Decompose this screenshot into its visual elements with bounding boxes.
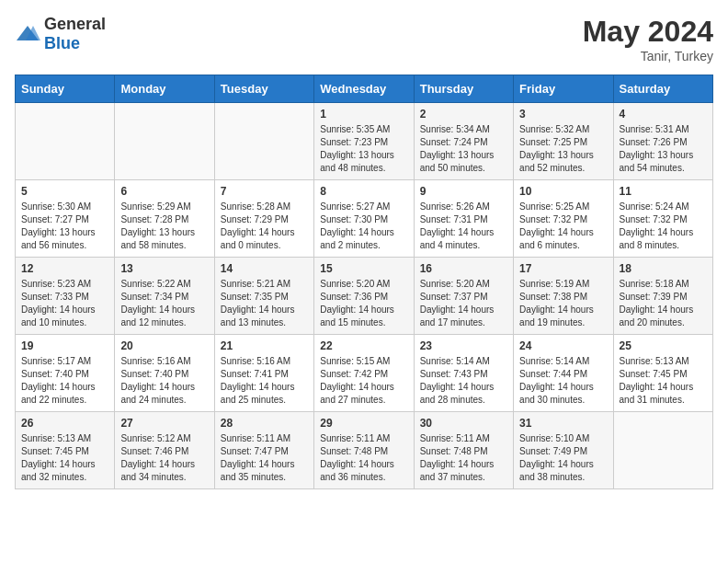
cell-info: Sunrise: 5:30 AM Sunset: 7:27 PM Dayligh…: [21, 201, 108, 252]
day-number: 30: [420, 417, 507, 430]
cell-info: Sunrise: 5:26 AM Sunset: 7:31 PM Dayligh…: [420, 201, 507, 252]
cell-info: Sunrise: 5:12 AM Sunset: 7:46 PM Dayligh…: [120, 432, 208, 484]
table-row: 10Sunrise: 5:25 AM Sunset: 7:32 PM Dayli…: [514, 180, 613, 258]
cell-info: Sunrise: 5:14 AM Sunset: 7:43 PM Dayligh…: [420, 355, 507, 407]
table-row: 30Sunrise: 5:11 AM Sunset: 7:48 PM Dayli…: [414, 412, 513, 489]
table-row: 24Sunrise: 5:14 AM Sunset: 7:44 PM Dayli…: [514, 335, 613, 412]
cell-info: Sunrise: 5:20 AM Sunset: 7:37 PM Dayligh…: [420, 278, 507, 329]
cell-info: Sunrise: 5:27 AM Sunset: 7:30 PM Dayligh…: [320, 201, 407, 252]
logo-general: General: [44, 15, 106, 33]
calendar-week-row: 5Sunrise: 5:30 AM Sunset: 7:27 PM Daylig…: [16, 180, 713, 258]
table-row: 31Sunrise: 5:10 AM Sunset: 7:49 PM Dayli…: [514, 412, 613, 489]
table-row: 1Sunrise: 5:35 AM Sunset: 7:23 PM Daylig…: [314, 103, 414, 180]
day-number: 4: [620, 108, 707, 121]
location: Tanir, Turkey: [583, 49, 713, 63]
col-friday: Friday: [514, 75, 613, 103]
cell-info: Sunrise: 5:22 AM Sunset: 7:34 PM Dayligh…: [120, 278, 208, 329]
logo-text: General Blue: [44, 15, 106, 53]
table-row: 14Sunrise: 5:21 AM Sunset: 7:35 PM Dayli…: [214, 258, 313, 335]
day-number: 19: [21, 339, 108, 352]
cell-info: Sunrise: 5:34 AM Sunset: 7:24 PM Dayligh…: [420, 123, 507, 175]
calendar-header-row: Sunday Monday Tuesday Wednesday Thursday…: [16, 75, 713, 103]
table-row: 27Sunrise: 5:12 AM Sunset: 7:46 PM Dayli…: [115, 412, 214, 489]
day-number: 11: [620, 185, 707, 198]
table-row: 3Sunrise: 5:32 AM Sunset: 7:25 PM Daylig…: [514, 103, 613, 180]
calendar-week-row: 1Sunrise: 5:35 AM Sunset: 7:23 PM Daylig…: [16, 103, 713, 180]
cell-info: Sunrise: 5:10 AM Sunset: 7:49 PM Dayligh…: [519, 432, 607, 484]
cell-info: Sunrise: 5:29 AM Sunset: 7:28 PM Dayligh…: [120, 201, 208, 252]
cell-info: Sunrise: 5:11 AM Sunset: 7:47 PM Dayligh…: [221, 432, 308, 484]
day-number: 24: [519, 339, 607, 352]
table-row: 28Sunrise: 5:11 AM Sunset: 7:47 PM Dayli…: [214, 412, 313, 489]
cell-info: Sunrise: 5:28 AM Sunset: 7:29 PM Dayligh…: [221, 201, 308, 252]
cell-info: Sunrise: 5:32 AM Sunset: 7:25 PM Dayligh…: [519, 123, 607, 175]
day-number: 22: [320, 339, 407, 352]
month-year: May 2024: [583, 15, 713, 49]
table-row: 12Sunrise: 5:23 AM Sunset: 7:33 PM Dayli…: [16, 258, 115, 335]
calendar-week-row: 19Sunrise: 5:17 AM Sunset: 7:40 PM Dayli…: [16, 335, 713, 412]
table-row: 11Sunrise: 5:24 AM Sunset: 7:32 PM Dayli…: [613, 180, 712, 258]
cell-info: Sunrise: 5:19 AM Sunset: 7:38 PM Dayligh…: [519, 278, 607, 329]
cell-info: Sunrise: 5:23 AM Sunset: 7:33 PM Dayligh…: [21, 278, 108, 329]
title-block: May 2024 Tanir, Turkey: [583, 15, 713, 63]
table-row: 13Sunrise: 5:22 AM Sunset: 7:34 PM Dayli…: [115, 258, 214, 335]
logo-icon: [15, 24, 40, 44]
table-row: 23Sunrise: 5:14 AM Sunset: 7:43 PM Dayli…: [414, 335, 513, 412]
cell-info: Sunrise: 5:24 AM Sunset: 7:32 PM Dayligh…: [620, 201, 707, 252]
day-number: 12: [21, 262, 108, 275]
table-row: 2Sunrise: 5:34 AM Sunset: 7:24 PM Daylig…: [414, 103, 513, 180]
cell-info: Sunrise: 5:21 AM Sunset: 7:35 PM Dayligh…: [221, 278, 308, 329]
col-monday: Monday: [115, 75, 214, 103]
logo: General Blue: [15, 15, 106, 53]
day-number: 21: [221, 339, 308, 352]
day-number: 23: [420, 339, 507, 352]
day-number: 16: [420, 262, 507, 275]
cell-info: Sunrise: 5:35 AM Sunset: 7:23 PM Dayligh…: [320, 123, 407, 175]
day-number: 20: [120, 339, 208, 352]
cell-info: Sunrise: 5:14 AM Sunset: 7:44 PM Dayligh…: [519, 355, 607, 407]
table-row: [16, 103, 115, 180]
cell-info: Sunrise: 5:20 AM Sunset: 7:36 PM Dayligh…: [320, 278, 407, 329]
col-sunday: Sunday: [16, 75, 115, 103]
cell-info: Sunrise: 5:16 AM Sunset: 7:40 PM Dayligh…: [120, 355, 208, 407]
table-row: [115, 103, 214, 180]
table-row: 5Sunrise: 5:30 AM Sunset: 7:27 PM Daylig…: [16, 180, 115, 258]
cell-info: Sunrise: 5:17 AM Sunset: 7:40 PM Dayligh…: [21, 355, 108, 407]
col-saturday: Saturday: [613, 75, 712, 103]
day-number: 15: [320, 262, 407, 275]
cell-info: Sunrise: 5:15 AM Sunset: 7:42 PM Dayligh…: [320, 355, 407, 407]
table-row: 4Sunrise: 5:31 AM Sunset: 7:26 PM Daylig…: [613, 103, 712, 180]
day-number: 1: [320, 108, 407, 121]
table-row: 9Sunrise: 5:26 AM Sunset: 7:31 PM Daylig…: [414, 180, 513, 258]
logo-blue: Blue: [44, 34, 80, 52]
day-number: 10: [519, 185, 607, 198]
cell-info: Sunrise: 5:13 AM Sunset: 7:45 PM Dayligh…: [620, 355, 707, 407]
table-row: 25Sunrise: 5:13 AM Sunset: 7:45 PM Dayli…: [613, 335, 712, 412]
table-row: 8Sunrise: 5:27 AM Sunset: 7:30 PM Daylig…: [314, 180, 414, 258]
day-number: 18: [620, 262, 707, 275]
col-thursday: Thursday: [414, 75, 513, 103]
day-number: 25: [620, 339, 707, 352]
cell-info: Sunrise: 5:25 AM Sunset: 7:32 PM Dayligh…: [519, 201, 607, 252]
cell-info: Sunrise: 5:13 AM Sunset: 7:45 PM Dayligh…: [21, 432, 108, 484]
col-tuesday: Tuesday: [214, 75, 313, 103]
table-row: 21Sunrise: 5:16 AM Sunset: 7:41 PM Dayli…: [214, 335, 313, 412]
cell-info: Sunrise: 5:11 AM Sunset: 7:48 PM Dayligh…: [320, 432, 407, 484]
table-row: 16Sunrise: 5:20 AM Sunset: 7:37 PM Dayli…: [414, 258, 513, 335]
cell-info: Sunrise: 5:16 AM Sunset: 7:41 PM Dayligh…: [221, 355, 308, 407]
cell-info: Sunrise: 5:11 AM Sunset: 7:48 PM Dayligh…: [420, 432, 507, 484]
table-row: [613, 412, 712, 489]
calendar-week-row: 12Sunrise: 5:23 AM Sunset: 7:33 PM Dayli…: [16, 258, 713, 335]
table-row: 17Sunrise: 5:19 AM Sunset: 7:38 PM Dayli…: [514, 258, 613, 335]
day-number: 5: [21, 185, 108, 198]
table-row: 22Sunrise: 5:15 AM Sunset: 7:42 PM Dayli…: [314, 335, 414, 412]
table-row: 26Sunrise: 5:13 AM Sunset: 7:45 PM Dayli…: [16, 412, 115, 489]
table-row: 6Sunrise: 5:29 AM Sunset: 7:28 PM Daylig…: [115, 180, 214, 258]
cell-info: Sunrise: 5:31 AM Sunset: 7:26 PM Dayligh…: [620, 123, 707, 175]
day-number: 27: [120, 417, 208, 430]
day-number: 7: [221, 185, 308, 198]
day-number: 8: [320, 185, 407, 198]
calendar-week-row: 26Sunrise: 5:13 AM Sunset: 7:45 PM Dayli…: [16, 412, 713, 489]
day-number: 3: [519, 108, 607, 121]
table-row: [214, 103, 313, 180]
